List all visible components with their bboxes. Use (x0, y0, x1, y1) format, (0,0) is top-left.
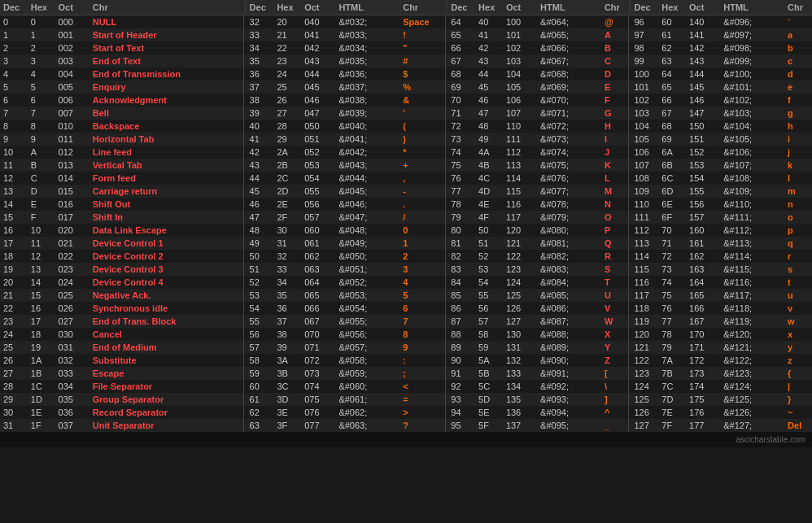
table-row: 00000NULL3220040&#032;Space6440100&#064;… (0, 15, 812, 29)
g3-cell-7-0: 71 (447, 107, 475, 120)
g4-cell-29-2: 175 (686, 393, 720, 406)
g3-cell-15-4: O (601, 211, 629, 224)
g2-cell-6-1: 26 (273, 94, 301, 107)
g2-cell-24-4: 8 (399, 328, 445, 341)
h-g1-oct: Oct (55, 0, 89, 15)
g3-cell-16-3: &#080; (537, 224, 601, 237)
g4-cell-13-3: &#109; (720, 185, 784, 198)
g3-cell-4-0: 68 (447, 68, 475, 81)
g4-cell-28-1: 7C (658, 380, 686, 393)
g1-cell-12-0: 12 (0, 172, 28, 185)
g1-cell-1-2: 001 (55, 28, 89, 41)
g4-cell-4-3: &#100; (720, 68, 784, 81)
g4-cell-11-0: 107 (631, 159, 659, 172)
g4-cell-26-4: z (784, 354, 812, 367)
g3-cell-11-4: K (601, 159, 629, 172)
g4-cell-8-3: &#104; (720, 120, 784, 133)
g3-cell-2-1: 42 (475, 41, 503, 54)
g3-cell-0-4: @ (601, 15, 629, 29)
g3-cell-22-2: 126 (503, 302, 537, 315)
g1-cell-11-3: Vertical Tab (89, 159, 244, 172)
g4-cell-14-4: n (784, 198, 812, 211)
g2-cell-9-0: 41 (247, 133, 274, 146)
h-g4-oct: Oct (686, 0, 720, 15)
g2-cell-3-4: # (399, 54, 445, 68)
ascii-table-container: Dec Hex Oct Chr Dec Hex Oct HTML Chr Dec… (0, 0, 812, 447)
g1-cell-24-0: 24 (0, 328, 28, 341)
g1-cell-0-0: 0 (0, 15, 28, 29)
g1-cell-6-3: Acknowledgment (89, 94, 244, 107)
g4-cell-16-3: &#112; (720, 224, 784, 237)
g4-cell-24-4: x (784, 328, 812, 341)
g3-cell-15-3: &#079; (537, 211, 601, 224)
g3-cell-25-1: 59 (475, 341, 503, 354)
g2-cell-8-3: &#040; (335, 120, 399, 133)
g2-cell-25-2: 071 (301, 341, 335, 354)
g2-cell-10-1: 2A (273, 146, 301, 159)
g1-cell-5-3: Enquiry (89, 81, 244, 94)
g2-cell-3-2: 043 (301, 54, 335, 68)
g3-cell-29-3: &#093; (537, 393, 601, 406)
g4-cell-30-3: &#126; (720, 406, 784, 419)
g2-cell-18-1: 32 (273, 250, 301, 263)
g3-cell-26-4: Z (601, 354, 629, 367)
g2-cell-18-4: 2 (399, 250, 445, 263)
g1-cell-27-2: 033 (55, 367, 89, 380)
g3-cell-22-0: 86 (447, 302, 475, 315)
g3-cell-17-2: 121 (503, 237, 537, 250)
g4-cell-22-1: 76 (658, 302, 686, 315)
g1-cell-8-1: 8 (28, 120, 55, 133)
g3-cell-13-1: 4D (475, 185, 503, 198)
g1-cell-25-3: End of Medium (89, 341, 244, 354)
g1-cell-31-3: Unit Separator (89, 419, 244, 432)
g4-cell-24-3: &#120; (720, 328, 784, 341)
g4-cell-29-4: } (784, 393, 812, 406)
g3-cell-3-0: 67 (447, 54, 475, 68)
g3-cell-6-1: 46 (475, 94, 503, 107)
g4-cell-24-2: 170 (686, 328, 720, 341)
g2-cell-24-3: &#056; (335, 328, 399, 341)
g3-cell-7-3: &#071; (537, 107, 601, 120)
g3-cell-18-2: 122 (503, 250, 537, 263)
g4-cell-31-0: 127 (631, 419, 659, 432)
g2-cell-14-3: &#046; (335, 198, 399, 211)
g4-cell-20-4: t (784, 276, 812, 289)
g3-cell-31-3: &#095; (537, 419, 601, 432)
g2-cell-29-2: 075 (301, 393, 335, 406)
g2-cell-31-1: 3F (273, 419, 301, 432)
g3-cell-30-3: &#094; (537, 406, 601, 419)
g3-cell-1-2: 101 (503, 28, 537, 41)
g1-cell-28-2: 034 (55, 380, 89, 393)
g3-cell-15-1: 4F (475, 211, 503, 224)
g4-cell-17-1: 71 (658, 237, 686, 250)
g1-cell-26-3: Substitute (89, 354, 244, 367)
g1-cell-10-1: A (28, 146, 55, 159)
g3-cell-28-3: &#092; (537, 380, 601, 393)
g3-cell-24-4: X (601, 328, 629, 341)
g4-cell-19-1: 73 (658, 263, 686, 276)
g2-cell-14-1: 2E (273, 198, 301, 211)
g3-cell-27-4: [ (601, 367, 629, 380)
g1-cell-15-1: F (28, 211, 55, 224)
g3-cell-21-3: &#085; (537, 289, 601, 302)
g3-cell-19-1: 53 (475, 263, 503, 276)
g4-cell-26-0: 122 (631, 354, 659, 367)
g4-cell-9-1: 69 (658, 133, 686, 146)
g2-cell-5-0: 37 (247, 81, 274, 94)
g2-cell-9-3: &#041; (335, 133, 399, 146)
g2-cell-11-1: 2B (273, 159, 301, 172)
g4-cell-9-4: i (784, 133, 812, 146)
g2-cell-2-1: 22 (273, 41, 301, 54)
table-row: 2418030Cancel5638070&#056;88858130&#088;… (0, 328, 812, 341)
g1-cell-17-0: 17 (0, 237, 28, 250)
g3-cell-1-3: &#065; (537, 28, 601, 41)
ascii-table: Dec Hex Oct Chr Dec Hex Oct HTML Chr Dec… (0, 0, 812, 432)
g2-cell-11-2: 053 (301, 159, 335, 172)
g1-cell-25-2: 031 (55, 341, 89, 354)
g1-cell-8-3: Backspace (89, 120, 244, 133)
g2-cell-23-1: 37 (273, 315, 301, 328)
g3-cell-27-3: &#091; (537, 367, 601, 380)
g1-cell-17-1: 11 (28, 237, 55, 250)
g4-cell-12-1: 6C (658, 172, 686, 185)
g1-cell-21-3: Negative Ack. (89, 289, 244, 302)
